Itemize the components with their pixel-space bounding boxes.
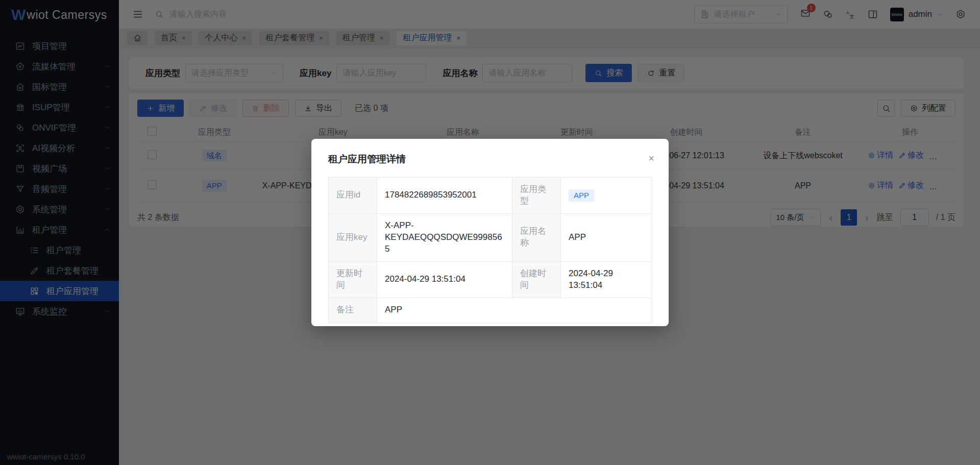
detail-value: X-APP- KEYDAEQQQSDQWE9998565 (377, 213, 512, 261)
detail-value: APP (561, 178, 652, 214)
detail-row: 应用keyX-APP- KEYDAEQQQSDQWE9998565应用名称APP (329, 213, 652, 261)
detail-label: 应用类型 (512, 178, 561, 214)
detail-modal: 租户应用管理详情 × 应用id1784822689853952001应用类型AP… (311, 139, 669, 326)
detail-value: APP (377, 298, 652, 323)
detail-label: 创建时间 (512, 261, 561, 298)
type-tag: APP (569, 189, 594, 202)
detail-row: 应用id1784822689853952001应用类型APP (329, 178, 652, 214)
detail-table: 应用id1784822689853952001应用类型APP应用keyX-APP… (328, 177, 652, 323)
detail-value: 2024-04-29 13:51:04 (377, 261, 512, 298)
detail-value: 1784822689853952001 (377, 178, 512, 214)
modal-title: 租户应用管理详情 (328, 139, 652, 166)
detail-value: 2024-04-29 13:51:04 (561, 261, 652, 298)
detail-row: 备注APP (329, 298, 652, 323)
detail-row: 更新时间2024-04-29 13:51:04创建时间2024-04-29 13… (329, 261, 652, 298)
detail-label: 应用名称 (512, 213, 561, 261)
detail-label: 备注 (329, 298, 377, 323)
detail-label: 更新时间 (329, 261, 377, 298)
detail-label: 应用id (329, 178, 377, 214)
detail-table-body: 应用id1784822689853952001应用类型APP应用keyX-APP… (329, 178, 652, 323)
close-icon[interactable]: × (648, 153, 654, 163)
detail-value: APP (561, 213, 652, 261)
detail-label: 应用key (329, 213, 377, 261)
